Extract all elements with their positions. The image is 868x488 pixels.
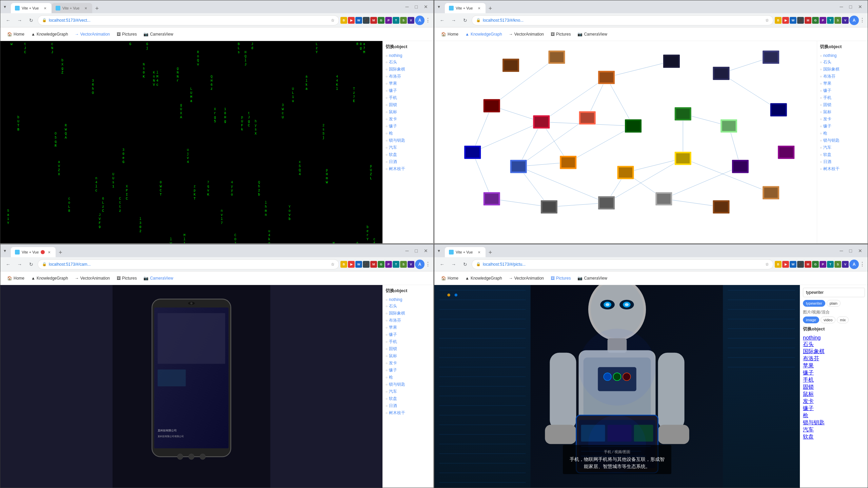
close-br[interactable]: ✕ — [855, 248, 865, 253]
list-item[interactable]: 苹果 — [803, 362, 865, 369]
list-item[interactable]: 石头 — [820, 59, 865, 66]
filter-plain-btn[interactable]: plain — [827, 300, 841, 307]
minimize-tr[interactable]: ─ — [837, 4, 846, 9]
ext10-bl[interactable]: V — [408, 261, 414, 268]
ext8-tr[interactable]: T — [827, 17, 834, 24]
nav-home-bl[interactable]: 🏠 Home — [4, 274, 27, 282]
close-bl[interactable]: ✕ — [421, 248, 431, 253]
list-item[interactable]: 锁与钥匙 — [803, 419, 865, 426]
window-menu-br[interactable]: ▼ — [437, 249, 441, 253]
refresh-btn-tl[interactable]: ↻ — [26, 15, 36, 25]
ext3-tl[interactable]: W — [355, 17, 362, 24]
list-item[interactable]: 手机 — [803, 377, 865, 384]
ext2-tr[interactable]: ▶ — [782, 17, 789, 24]
list-item[interactable]: 手机 — [820, 94, 865, 101]
nav-cam-tr[interactable]: 📷 CameraView — [575, 30, 610, 38]
filter-video-btn[interactable]: video — [821, 317, 835, 323]
refresh-btn-tr[interactable]: ↻ — [460, 15, 470, 25]
nav-home-tl[interactable]: 🏠 Home — [4, 30, 27, 38]
window-menu-tl[interactable]: ▼ — [3, 5, 7, 9]
nav-va-bl[interactable]: → VectorAnimation — [72, 274, 113, 282]
list-item[interactable]: 苹果 — [386, 80, 431, 87]
list-item[interactable]: 软盘 — [820, 151, 865, 158]
back-btn-bl[interactable]: ← — [3, 259, 13, 269]
list-item[interactable]: 鼠标 — [386, 352, 431, 360]
ext1-bl[interactable]: B — [340, 261, 347, 268]
back-btn-br[interactable]: ← — [437, 259, 447, 269]
ext5-bl[interactable]: M — [370, 261, 377, 268]
list-item[interactable]: 石头 — [386, 303, 431, 310]
list-item[interactable]: 布洛芬 — [803, 355, 865, 362]
filter-image-btn[interactable]: image — [803, 317, 819, 323]
list-item[interactable]: 枪 — [820, 130, 865, 137]
list-item[interactable]: 国际象棋 — [386, 310, 431, 317]
new-tab-btn-tl[interactable]: + — [92, 4, 102, 13]
list-item[interactable]: 国际象棋 — [820, 66, 865, 73]
list-item[interactable]: 布洛芬 — [386, 317, 431, 324]
tab-close-tl2[interactable]: ✕ — [83, 6, 88, 11]
tab-inactive-tl[interactable]: Vite + Vue ✕ — [52, 3, 92, 13]
minimize-tl[interactable]: ─ — [403, 4, 412, 9]
list-item[interactable]: 镰子 — [386, 367, 431, 374]
address-bar-tl[interactable]: 🔒 localhost:5173/#/vect... ☆ — [38, 15, 339, 25]
forward-btn-bl[interactable]: → — [15, 259, 25, 269]
list-item[interactable]: 锁与钥匙 — [386, 137, 431, 144]
maximize-br[interactable]: □ — [847, 248, 855, 253]
star-icon-tl[interactable]: ☆ — [331, 18, 335, 23]
tab-active-tr[interactable]: Vite + Vue ✕ — [445, 3, 486, 13]
list-item[interactable]: 布洛芬 — [820, 73, 865, 80]
new-tab-btn-tr[interactable]: + — [486, 4, 495, 13]
list-item[interactable]: 软盘 — [386, 151, 431, 158]
list-item[interactable]: 锁与钥匙 — [820, 137, 865, 144]
ext9-br[interactable]: S — [834, 261, 841, 268]
menu-bl[interactable]: ⋮ — [425, 261, 431, 267]
star-icon-tr[interactable]: ☆ — [765, 18, 769, 23]
maximize-bl[interactable]: □ — [412, 248, 420, 253]
nav-cam-br[interactable]: 📷 CameraView — [575, 274, 610, 282]
nav-home-br[interactable]: 🏠 Home — [438, 274, 461, 282]
ext6-br[interactable]: G — [812, 261, 819, 268]
ext5-tr[interactable]: M — [805, 17, 811, 24]
address-bar-br[interactable]: 🔒 localhost:5173/#/pictu... ☆ — [472, 259, 773, 269]
search-input-br[interactable] — [803, 288, 865, 297]
list-item[interactable]: 苹果 — [386, 324, 431, 331]
list-item[interactable]: 汽车 — [386, 388, 431, 395]
list-item[interactable]: 镰子 — [820, 87, 865, 94]
back-btn-tl[interactable]: ← — [3, 15, 13, 25]
list-item[interactable]: 国际象棋 — [803, 348, 865, 355]
list-item[interactable]: 镰子 — [820, 123, 865, 130]
menu-br[interactable]: ⋮ — [860, 261, 865, 267]
nav-va-tr[interactable]: → VectorAnimation — [506, 30, 547, 38]
list-item[interactable]: 镰子 — [386, 331, 431, 338]
list-item[interactable]: 固锁 — [386, 101, 431, 108]
ext7-tr[interactable]: P — [820, 17, 826, 24]
tab-close-tl[interactable]: ✕ — [43, 6, 47, 11]
new-tab-btn-bl[interactable]: + — [56, 248, 65, 257]
list-item[interactable]: 树木枝干 — [386, 165, 431, 172]
nav-home-tr[interactable]: 🏠 Home — [438, 30, 461, 38]
list-item[interactable]: 树木枝干 — [820, 165, 865, 172]
ext3-br[interactable]: W — [790, 261, 796, 268]
profile-tl[interactable]: A — [415, 16, 425, 25]
nav-cam-bl[interactable]: 📷 CameraView — [141, 274, 176, 282]
list-item[interactable]: 固锁 — [386, 345, 431, 352]
list-item[interactable]: 鼠标 — [386, 108, 431, 116]
window-menu-bl[interactable]: ▼ — [3, 249, 7, 253]
list-item[interactable]: 树木枝干 — [386, 409, 431, 416]
maximize-tl[interactable]: □ — [412, 4, 420, 9]
close-tl[interactable]: ✕ — [421, 4, 431, 9]
list-item[interactable]: 鼠标 — [820, 108, 865, 116]
refresh-btn-br[interactable]: ↻ — [460, 259, 470, 269]
list-item[interactable]: 石头 — [386, 59, 431, 66]
filter-mix-btn[interactable]: mix — [837, 317, 849, 323]
ext1-tl[interactable]: B — [340, 17, 347, 24]
nav-pic-br[interactable]: 🖼 Pictures — [548, 274, 573, 282]
ext2-bl[interactable]: ▶ — [348, 261, 355, 268]
list-item[interactable]: 软盘 — [803, 433, 865, 441]
list-item[interactable]: 软盘 — [386, 395, 431, 402]
nav-pic-bl[interactable]: 🖼 Pictures — [114, 274, 139, 282]
list-item[interactable]: 布洛芬 — [386, 73, 431, 80]
list-item[interactable]: 锁与钥匙 — [386, 381, 431, 388]
ext9-tr[interactable]: S — [834, 17, 841, 24]
forward-btn-tr[interactable]: → — [449, 15, 459, 25]
